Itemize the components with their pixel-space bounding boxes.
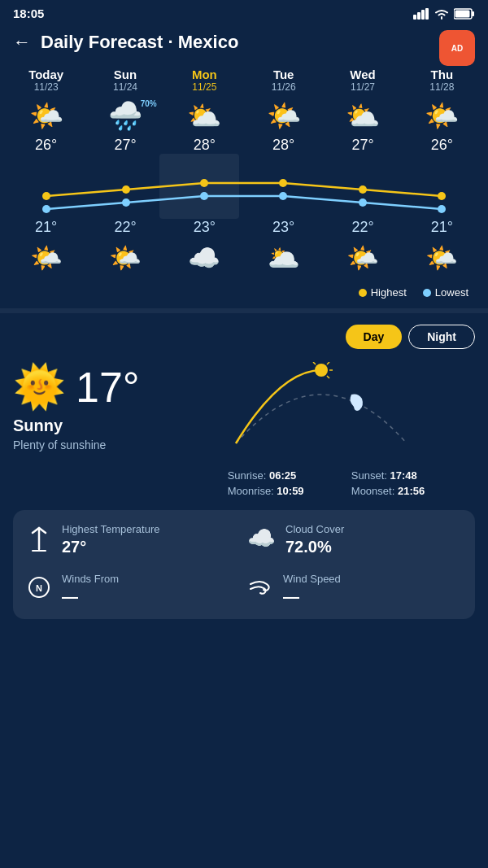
stat-winds-from: N Winds From —	[26, 573, 241, 606]
bottom-icon-0: 🌤️	[7, 242, 85, 273]
day-name-1: Sun	[87, 68, 163, 81]
cloud-cover-icon: ☁️	[247, 525, 276, 552]
winds-from-label: Winds From	[62, 573, 119, 585]
current-weather: 🌞 17° Sunny Plenty of sunshine	[13, 362, 475, 497]
day-date-2: 11/25	[167, 81, 242, 93]
svg-rect-0	[413, 15, 416, 20]
wind-speed-value: —	[283, 587, 341, 606]
sunset-label-wrap: Sunset: 17:48	[351, 469, 475, 482]
sunrise-label: Sunrise:	[228, 469, 267, 482]
stats-grid: Highest Temperature 27° ☁️ Cloud Cover 7…	[26, 523, 462, 606]
moonset-label-wrap: Moonset: 21:56	[351, 485, 475, 497]
day-night-section: Day Night 🌞 17° Sunny Plenty of sunshine	[0, 313, 488, 630]
low-temp-5: 21°	[403, 219, 481, 236]
day-col-4[interactable]: Wed 11/27	[323, 64, 402, 96]
current-weather-left: 🌞 17° Sunny Plenty of sunshine	[13, 362, 220, 451]
high-temp-1: 27°	[85, 137, 164, 154]
highest-dot	[359, 289, 367, 297]
icon-3: 🌤️	[244, 99, 323, 132]
cloud-cover-value: 72.0%	[285, 538, 344, 556]
sun-arc-svg	[228, 362, 415, 460]
icon-1: 70% 🌧️	[85, 99, 164, 132]
highest-temp-value: 27°	[62, 538, 159, 556]
current-temp-row: 🌞 17°	[13, 362, 220, 412]
bottom-icon-5: 🌤️	[403, 242, 481, 273]
highest-temp-label: Highest Temperature	[62, 523, 159, 535]
day-date-0: 11/23	[8, 81, 84, 93]
wifi-icon	[434, 8, 449, 20]
day-button[interactable]: Day	[346, 325, 403, 349]
day-col-2[interactable]: Mon 11/25	[165, 64, 244, 96]
stats-section: Highest Temperature 27° ☁️ Cloud Cover 7…	[13, 510, 475, 619]
day-col-3[interactable]: Tue 11/26	[244, 64, 323, 96]
bottom-icon-4: 🌤️	[323, 242, 402, 273]
day-col-5[interactable]: Thu 11/28	[403, 64, 481, 96]
svg-line-25	[313, 362, 316, 364]
svg-point-19	[438, 205, 446, 213]
legend-highest: Highest	[359, 286, 407, 299]
moonset-label: Moonset:	[351, 485, 394, 497]
svg-point-8	[42, 192, 50, 200]
day-date-4: 11/27	[325, 81, 400, 93]
signal-icon	[413, 8, 429, 20]
forecast-section: Today 11/23 Sun 11/24 Mon 11/25 Tue 11/2…	[0, 64, 488, 308]
svg-point-10	[200, 179, 208, 187]
days-row: Today 11/23 Sun 11/24 Mon 11/25 Tue 11/2…	[7, 64, 481, 96]
wind-speed-label: Wind Speed	[283, 573, 341, 585]
svg-rect-3	[425, 8, 429, 20]
high-temp-0: 26°	[7, 137, 85, 154]
current-condition: Sunny	[13, 417, 220, 435]
status-time: 18:05	[13, 7, 44, 20]
sunrise-value: 06:25	[269, 469, 296, 482]
status-bar: 18:05	[0, 0, 488, 24]
day-col-0[interactable]: Today 11/23	[7, 64, 85, 96]
moonrise-label: Moonrise:	[228, 485, 274, 497]
high-temp-3: 28°	[244, 137, 323, 154]
day-date-3: 11/26	[246, 81, 321, 93]
svg-rect-1	[417, 12, 420, 20]
day-date-5: 11/28	[404, 81, 480, 93]
battery-icon	[454, 8, 475, 20]
current-weather-icon: 🌞	[13, 362, 66, 412]
high-temp-2: 28°	[165, 137, 244, 154]
winds-from-value: —	[62, 587, 119, 606]
high-temp-5: 26°	[403, 137, 481, 154]
current-temperature: 17°	[76, 363, 140, 412]
day-name-5: Thu	[404, 68, 480, 81]
legend-lowest: Lowest	[423, 286, 468, 299]
sunset-label: Sunset:	[351, 469, 387, 482]
low-temp-2: 23°	[165, 219, 244, 236]
day-name-3: Tue	[246, 68, 321, 81]
low-temp-1: 22°	[85, 219, 164, 236]
stat-wind-speed: Wind Speed —	[247, 573, 462, 606]
svg-point-16	[200, 192, 208, 200]
moonset-value: 21:56	[398, 485, 425, 497]
bottom-icon-3: 🌥️	[244, 242, 323, 273]
top-icons-row: 🌤️ 70% 🌧️ ⛅ 🌤️ ⛅ 🌤️	[7, 99, 481, 132]
icon-0: 🌤️	[7, 99, 85, 132]
sun-arc-section: Sunrise: 06:25 Sunset: 17:48 Moonrise: 1…	[220, 362, 475, 497]
svg-point-12	[359, 185, 367, 194]
day-name-2: Mon	[167, 68, 242, 81]
highest-label: Highest	[371, 286, 407, 299]
night-button[interactable]: Night	[408, 325, 475, 349]
svg-line-24	[327, 376, 329, 378]
bottom-icon-1: 🌤️	[85, 242, 164, 273]
wind-speed-icon	[247, 574, 273, 606]
day-col-1[interactable]: Sun 11/24	[85, 64, 164, 96]
svg-point-15	[122, 198, 130, 207]
moonrise-label-wrap: Moonrise: 10:59	[228, 485, 351, 497]
winds-from-icon: N	[26, 574, 52, 606]
high-temp-4: 27°	[323, 137, 402, 154]
highest-temp-icon	[26, 525, 52, 560]
wind-speed-info: Wind Speed —	[283, 573, 341, 606]
sunrise-label-wrap: Sunrise: 06:25	[228, 469, 351, 482]
day-name-0: Today	[8, 68, 84, 81]
icon-4: ⛅	[323, 99, 402, 132]
svg-point-13	[438, 192, 446, 200]
back-button[interactable]: ←	[13, 32, 31, 53]
lowest-dot	[423, 289, 431, 297]
icon-5: 🌤️	[403, 99, 481, 132]
svg-rect-5	[472, 11, 474, 16]
stat-cloud-cover: ☁️ Cloud Cover 72.0%	[247, 523, 462, 560]
